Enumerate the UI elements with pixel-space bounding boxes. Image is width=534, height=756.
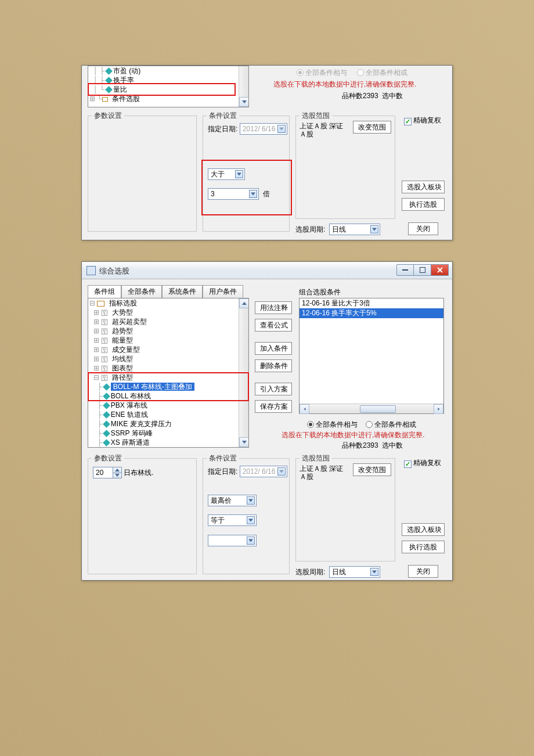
price-type-select[interactable]: 最高价 (208, 495, 257, 506)
tree-scrollbar[interactable] (239, 66, 248, 107)
precise-label: 精确复权 (413, 116, 441, 124)
tree-cat[interactable]: 路径型 (112, 373, 133, 381)
compare-target-select[interactable] (208, 535, 257, 546)
compare-op-select[interactable]: 等于 (208, 514, 257, 526)
scope-text2: Ａ股 (300, 473, 343, 481)
precise-checkbox[interactable]: ✓ (404, 118, 412, 125)
combined-label: 组合选股条件 (299, 287, 341, 297)
compare-value-suffix: 倍 (263, 190, 270, 198)
warning-text: 选股在下载的本地数据中进行,请确保数据完整. (273, 80, 417, 89)
period-select[interactable]: 日线 (329, 566, 380, 578)
stock-count-label: 品种数 (342, 441, 363, 449)
tree-cat[interactable]: 图表型 (112, 364, 133, 372)
tree-leaf[interactable]: XS 薛斯通道 (111, 438, 150, 447)
tree-cat[interactable]: 均线型 (112, 355, 133, 363)
group-scope: 选股范围 上证Ａ股 深证 Ａ股 改变范围 (295, 116, 395, 219)
radio-all-or[interactable] (366, 421, 373, 428)
titlebar: 综合选股 (82, 262, 452, 279)
radio-all-and (297, 69, 304, 76)
tree-leaf[interactable]: BOLL 布林线 (111, 392, 151, 400)
group-condition-title: 条件设置 (207, 111, 239, 121)
indicator-icon (103, 393, 110, 400)
window-title: 综合选股 (99, 266, 129, 276)
tree-root[interactable]: 指标选股 (109, 299, 137, 307)
indicator-icon (103, 383, 110, 391)
radio-all-and[interactable] (307, 421, 314, 428)
close-button[interactable]: 关闭 (408, 565, 438, 578)
condition-tabs: 条件组 全部条件 系统条件 用户条件 (88, 285, 243, 298)
key-icon: ⚿ (101, 364, 108, 373)
group-scope: 选股范围 上证Ａ股 深证 Ａ股 改变范围 (295, 458, 395, 561)
tree-leaf-selected[interactable]: BOLL-M 布林线-主图叠加 (111, 383, 194, 391)
scope-text2: Ａ股 (300, 130, 343, 138)
scope-text1: 上证Ａ股 深证 (300, 122, 343, 130)
usage-button[interactable]: 用法注释 (255, 301, 292, 314)
compare-value-input[interactable]: 3 (208, 188, 259, 200)
list-item-selected[interactable]: 12-06-16 换手率大于5% (300, 308, 443, 318)
key-icon: ⚿ (101, 336, 108, 345)
minimize-button[interactable] (396, 264, 414, 276)
param-spinner[interactable]: 20 (93, 467, 122, 478)
close-button[interactable]: 关闭 (408, 222, 438, 235)
tree-scrollbar[interactable] (239, 298, 248, 447)
indicator-icon (105, 86, 113, 93)
date-label: 指定日期: (208, 467, 237, 476)
tree-cat[interactable]: 超买超卖型 (112, 318, 147, 326)
list-item[interactable]: 12-06-16 量比大于3倍 (300, 298, 443, 308)
tab-user-conditions[interactable]: 用户条件 (203, 285, 243, 298)
view-formula-button[interactable]: 查看公式 (255, 319, 292, 332)
add-condition-button[interactable]: 加入条件 (255, 342, 292, 355)
key-icon: ⚿ (101, 355, 108, 364)
tree-cat[interactable]: 大势型 (112, 308, 133, 316)
radio-all-and-label: 全部条件相与 (305, 69, 347, 77)
tree-cat[interactable]: 趋势型 (112, 327, 133, 335)
tree-leaf[interactable]: ENE 轨道线 (111, 411, 148, 419)
tab-all-conditions[interactable]: 全部条件 (121, 285, 162, 298)
svg-rect-1 (420, 267, 425, 273)
change-scope-button[interactable]: 改变范围 (353, 121, 391, 134)
radio-all-or-label: 全部条件相或 (374, 420, 416, 429)
period-select[interactable]: 日线 (329, 224, 380, 235)
date-picker: 2012/ 6/16 (240, 466, 288, 477)
compare-operator-select[interactable]: 大于 (208, 168, 245, 180)
date-label: 指定日期: (208, 125, 237, 133)
group-param: 参数设置 (88, 116, 197, 232)
combined-list[interactable]: 12-06-16 量比大于3倍 12-06-16 换手率大于5% (299, 298, 444, 414)
tree-indicators[interactable]: ⊟ 指标选股 ⊞ ⚿ 大势型 ⊞ ⚿ 超买超卖型 ⊞ ⚿ 趋势型 ⊞ ⚿ 能量型… (88, 298, 249, 448)
indicator-icon (103, 439, 110, 447)
stock-count-label: 品种数 (342, 92, 363, 100)
run-button[interactable]: 执行选股 (402, 198, 445, 211)
stock-count-value: 2393 (363, 441, 378, 449)
precise-checkbox[interactable]: ✓ (404, 460, 412, 468)
save-plan-button[interactable]: 保存方案 (255, 400, 292, 413)
window-icon (86, 266, 96, 275)
select-to-block-button[interactable]: 选股入板块 (402, 523, 445, 536)
delete-condition-button[interactable]: 删除条件 (255, 359, 292, 372)
selected-label: 选中数 (382, 92, 403, 100)
tree-item[interactable]: 换手率 (113, 76, 134, 84)
run-button[interactable]: 执行选股 (402, 541, 445, 553)
tree-leaf[interactable]: PBX 瀑布线 (111, 401, 147, 409)
group-param-title: 参数设置 (92, 111, 124, 121)
date-picker: 2012/ 6/16 (240, 123, 288, 135)
tree-item[interactable]: 量比 (113, 85, 127, 93)
tree-item[interactable]: 市盈 (动) (113, 67, 140, 75)
import-plan-button[interactable]: 引入方案 (255, 383, 292, 395)
tree-cat[interactable]: 能量型 (112, 336, 133, 344)
list-scrollbar-h[interactable] (300, 404, 443, 413)
tree-item[interactable]: 条件选股 (112, 95, 140, 103)
tree-leaf[interactable]: MIKE 麦克支撑压力 (111, 420, 172, 428)
maximize-button[interactable] (414, 264, 431, 276)
period-label: 选股周期: (295, 225, 325, 233)
svg-rect-0 (402, 269, 408, 271)
tree-indicators[interactable]: │ ├市盈 (动) │ ├换手率 │ └量比 ⊞ └ 条件选股 (88, 66, 249, 107)
key-icon: ⚿ (101, 327, 108, 336)
radio-all-and-label: 全部条件相与 (316, 420, 358, 429)
tab-condition-group[interactable]: 条件组 (88, 285, 121, 298)
tree-leaf[interactable]: SSRP 筹码峰 (111, 429, 153, 437)
select-to-block-button[interactable]: 选股入板块 (402, 181, 445, 193)
change-scope-button[interactable]: 改变范围 (353, 463, 391, 476)
tree-cat[interactable]: 成交量型 (112, 345, 140, 354)
tab-system-conditions[interactable]: 系统条件 (162, 285, 203, 298)
close-window-button[interactable] (431, 264, 449, 276)
